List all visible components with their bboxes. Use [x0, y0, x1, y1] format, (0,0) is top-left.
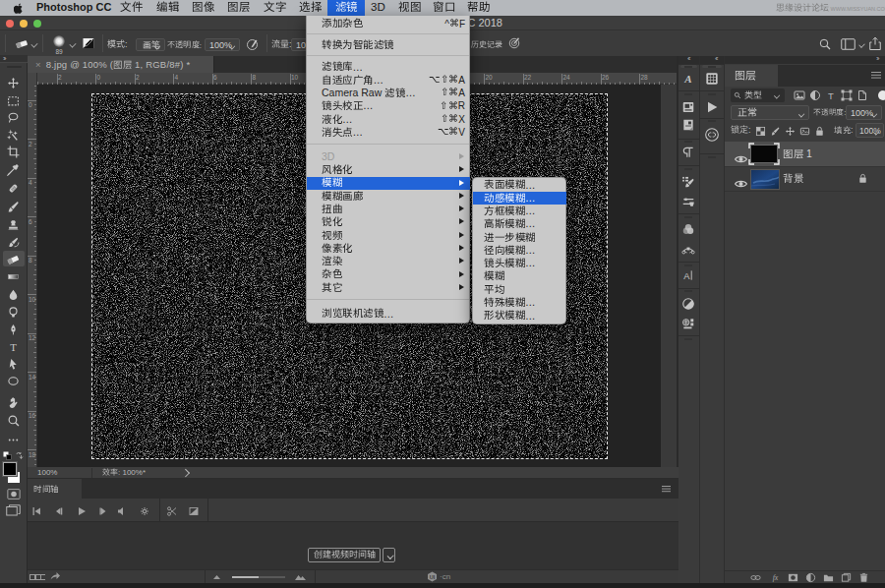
svg-text:T: T: [10, 341, 17, 353]
svg-text:A: A: [683, 271, 690, 281]
svg-text:fx: fx: [772, 573, 778, 582]
svg-text:A: A: [683, 73, 691, 85]
svg-text:T: T: [828, 90, 834, 101]
svg-text:UI: UI: [430, 574, 436, 580]
